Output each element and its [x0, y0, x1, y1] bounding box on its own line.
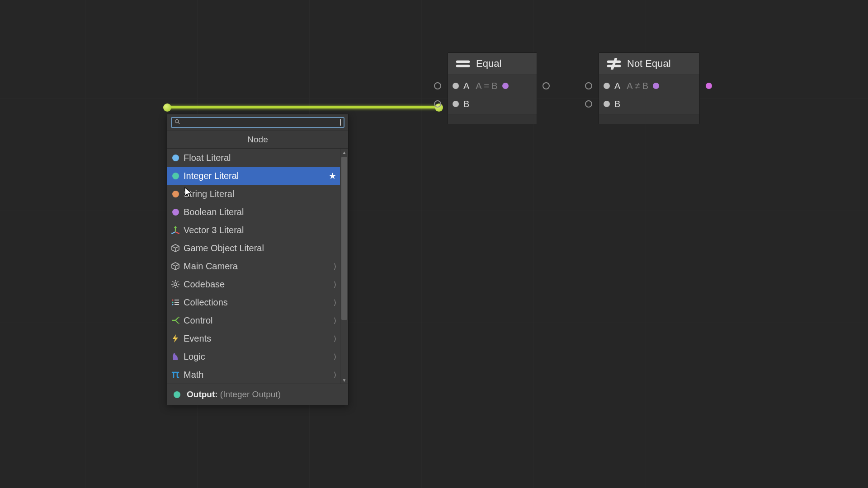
- node-title: Equal: [476, 58, 501, 70]
- port-a-dot[interactable]: [604, 83, 610, 89]
- node-item-logic[interactable]: Logic⟩: [167, 347, 340, 366]
- node-item-label: Vector 3 Literal: [184, 225, 244, 235]
- svg-rect-25: [175, 302, 179, 303]
- chevron-right-icon: ⟩: [334, 298, 336, 307]
- svg-line-18: [173, 282, 174, 282]
- cube-icon: [171, 244, 180, 253]
- node-item-codebase[interactable]: Codebase⟩: [167, 275, 340, 293]
- output-type-icon: [174, 391, 180, 398]
- node-item-label: Float Literal: [184, 153, 231, 163]
- equal-icon: [454, 57, 472, 70]
- node-footer: [599, 114, 699, 124]
- node-equal[interactable]: Equal A A = B B: [448, 52, 537, 124]
- search-icon: [175, 118, 182, 127]
- popup-footer: Output: (Integer Output): [167, 384, 348, 405]
- cube-icon: [171, 262, 180, 271]
- dot-icon: [171, 171, 180, 180]
- input-b-row[interactable]: B: [599, 95, 699, 113]
- port-b-dot[interactable]: [453, 101, 459, 107]
- node-title: Not Equal: [627, 58, 671, 70]
- port-result-ext[interactable]: [705, 82, 713, 90]
- svg-point-22: [172, 299, 173, 300]
- input-b-row[interactable]: B: [448, 95, 537, 113]
- svg-rect-0: [456, 60, 470, 63]
- svg-point-13: [174, 283, 177, 286]
- node-item-label: Control: [184, 315, 212, 326]
- node-item-string-literal[interactable]: String Literal: [167, 185, 340, 203]
- search-row: [167, 114, 348, 131]
- port-result-dot[interactable]: [653, 83, 659, 89]
- node-item-label: Game Object Literal: [184, 243, 264, 253]
- search-box[interactable]: [171, 117, 344, 128]
- port-a-dot[interactable]: [453, 83, 459, 89]
- port-b-dot[interactable]: [604, 101, 610, 107]
- node-item-label: Codebase: [184, 279, 225, 290]
- not-equal-icon: [605, 57, 623, 70]
- node-notequal[interactable]: Not Equal A A ≠ B B: [599, 52, 700, 124]
- search-input[interactable]: [182, 119, 340, 126]
- node-item-boolean-literal[interactable]: Boolean Literal: [167, 203, 340, 221]
- node-item-label: Boolean Literal: [184, 207, 244, 217]
- text-cursor: [340, 119, 341, 126]
- svg-line-21: [177, 282, 178, 282]
- node-item-events[interactable]: Events⟩: [167, 329, 340, 347]
- svg-point-5: [175, 120, 179, 123]
- footer-label: Output:: [187, 389, 218, 399]
- port-b-ext[interactable]: [585, 100, 593, 108]
- node-item-label: Main Camera: [184, 261, 238, 272]
- node-item-label: String Literal: [184, 189, 234, 199]
- svg-rect-27: [175, 304, 179, 305]
- chevron-right-icon: ⟩: [334, 352, 336, 361]
- port-result-ext[interactable]: [542, 82, 550, 90]
- node-item-main-camera[interactable]: Main Camera⟩: [167, 257, 340, 275]
- list-icon: [171, 298, 180, 307]
- svg-line-6: [178, 122, 179, 124]
- scroll-up-icon[interactable]: ▲: [340, 149, 348, 156]
- pi-icon: [171, 370, 180, 379]
- dot-icon: [171, 189, 180, 198]
- popup-header: Node: [167, 131, 348, 149]
- node-header[interactable]: Not Equal: [599, 53, 699, 75]
- port-result-dot[interactable]: [502, 83, 509, 89]
- node-item-control[interactable]: Control⟩: [167, 311, 340, 329]
- dot-icon: [171, 207, 180, 216]
- node-item-label: Integer Literal: [184, 171, 239, 181]
- svg-marker-29: [178, 323, 179, 324]
- node-list[interactable]: Float LiteralInteger Literal★String Lite…: [167, 149, 340, 384]
- node-item-game-object-literal[interactable]: Game Object Literal: [167, 239, 340, 257]
- chevron-right-icon: ⟩: [334, 262, 336, 271]
- port-a-label: A: [614, 81, 620, 91]
- input-a-row[interactable]: A A ≠ B: [599, 77, 699, 95]
- scroll-track[interactable]: [340, 156, 348, 376]
- svg-line-19: [177, 286, 178, 287]
- node-item-label: Math: [184, 370, 203, 380]
- port-a-ext[interactable]: [585, 82, 593, 90]
- input-a-row[interactable]: A A = B: [448, 77, 537, 95]
- svg-rect-23: [175, 300, 179, 300]
- node-search-popup[interactable]: Node Float LiteralInteger Literal★String…: [167, 114, 349, 405]
- node-item-integer-literal[interactable]: Integer Literal★: [167, 167, 340, 185]
- chevron-right-icon: ⟩: [334, 334, 336, 343]
- svg-marker-8: [174, 226, 177, 228]
- node-header[interactable]: Equal: [448, 53, 537, 75]
- node-item-vector-3-literal[interactable]: Vector 3 Literal: [167, 221, 340, 239]
- scroll-down-icon[interactable]: ▼: [340, 376, 348, 384]
- scroll-thumb[interactable]: [341, 157, 347, 320]
- scrollbar[interactable]: ▲ ▼: [340, 149, 348, 384]
- graph-canvas[interactable]: [0, 0, 868, 488]
- star-icon[interactable]: ★: [329, 171, 336, 181]
- svg-rect-1: [456, 65, 470, 67]
- bolt-icon: [171, 334, 180, 343]
- wire-end-left[interactable]: [163, 103, 171, 112]
- port-b-label: B: [614, 99, 620, 109]
- gear-icon: [171, 280, 180, 289]
- node-item-collections[interactable]: Collections⟩: [167, 293, 340, 311]
- chevron-right-icon: ⟩: [334, 371, 336, 379]
- svg-point-26: [172, 304, 173, 305]
- port-b-ext[interactable]: [434, 100, 442, 108]
- svg-point-24: [172, 301, 173, 303]
- port-a-ext[interactable]: [434, 82, 442, 90]
- node-item-math[interactable]: Math⟩: [167, 366, 340, 384]
- connection-wire: [169, 106, 440, 108]
- node-item-float-literal[interactable]: Float Literal: [167, 149, 340, 167]
